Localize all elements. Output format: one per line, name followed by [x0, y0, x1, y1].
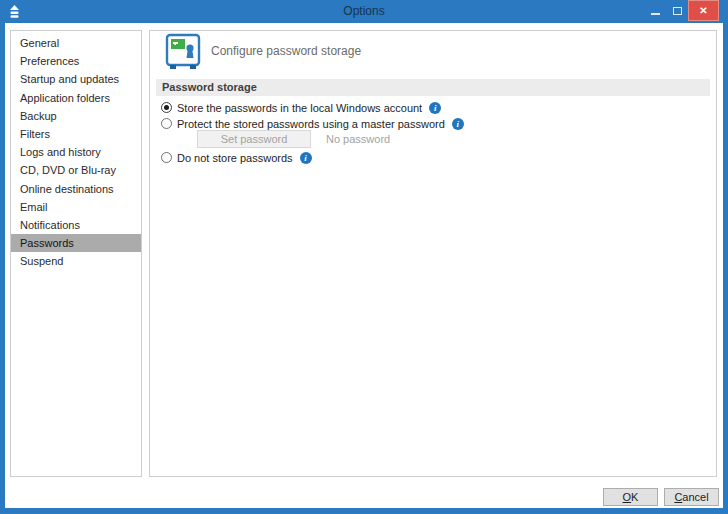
info-icon[interactable]: i	[452, 118, 464, 130]
radio-label: Store the passwords in the local Windows…	[177, 102, 422, 114]
info-icon[interactable]: i	[300, 152, 312, 164]
sidebar-item-passwords[interactable]: Passwords	[11, 234, 141, 252]
radio-button[interactable]	[161, 118, 172, 129]
info-icon[interactable]: i	[429, 102, 441, 114]
sidebar-item-online-destinations[interactable]: Online destinations	[11, 180, 141, 198]
title-bar: Options ✕	[0, 0, 728, 23]
close-icon: ✕	[699, 6, 707, 16]
window-title: Options	[0, 4, 728, 18]
settings-panel: Configure password storage Password stor…	[149, 30, 717, 477]
dialog-content: General Preferences Startup and updates …	[5, 23, 723, 508]
sidebar-item-cd-dvd-bluray[interactable]: CD, DVD or Blu-ray	[11, 161, 141, 179]
cancel-label-rest: ancel	[682, 491, 708, 503]
ok-label-rest: K	[631, 491, 638, 503]
sidebar-item-filters[interactable]: Filters	[11, 125, 141, 143]
minimize-button[interactable]	[644, 0, 666, 21]
maximize-button[interactable]	[666, 0, 688, 21]
page-title: Configure password storage	[211, 44, 361, 58]
sidebar-item-general[interactable]: General	[11, 34, 141, 52]
options-dialog: Options ✕ General Preferences Startup an…	[0, 0, 728, 514]
sidebar-item-logs-and-history[interactable]: Logs and history	[11, 143, 141, 161]
sidebar-item-notifications[interactable]: Notifications	[11, 216, 141, 234]
ok-access-key: O	[623, 491, 632, 503]
close-button[interactable]: ✕	[688, 0, 719, 21]
sidebar-item-preferences[interactable]: Preferences	[11, 52, 141, 70]
sidebar-item-suspend[interactable]: Suspend	[11, 252, 141, 270]
radio-option-do-not-store[interactable]: Do not store passwords i	[161, 151, 312, 164]
maximize-icon	[673, 7, 682, 15]
sidebar-item-backup[interactable]: Backup	[11, 107, 141, 125]
section-header: Password storage	[156, 79, 710, 96]
radio-button[interactable]	[161, 152, 172, 163]
radio-option-master-password[interactable]: Protect the stored passwords using a mas…	[161, 117, 464, 130]
safe-icon	[164, 33, 202, 71]
radio-label: Do not store passwords	[177, 152, 293, 164]
minimize-icon	[651, 13, 660, 15]
radio-label: Protect the stored passwords using a mas…	[177, 118, 445, 130]
ok-button[interactable]: OK	[603, 488, 658, 506]
set-password-row: Set password No password	[197, 130, 390, 148]
category-list: General Preferences Startup and updates …	[10, 30, 142, 477]
sidebar-item-email[interactable]: Email	[11, 198, 141, 216]
cancel-button[interactable]: Cancel	[664, 488, 719, 506]
radio-button-checked[interactable]	[161, 102, 172, 113]
sidebar-item-application-folders[interactable]: Application folders	[11, 89, 141, 107]
radio-option-local-windows-account[interactable]: Store the passwords in the local Windows…	[161, 101, 441, 114]
set-password-button[interactable]: Set password	[197, 130, 311, 148]
password-status: No password	[326, 133, 390, 145]
sidebar-item-startup-and-updates[interactable]: Startup and updates	[11, 70, 141, 88]
